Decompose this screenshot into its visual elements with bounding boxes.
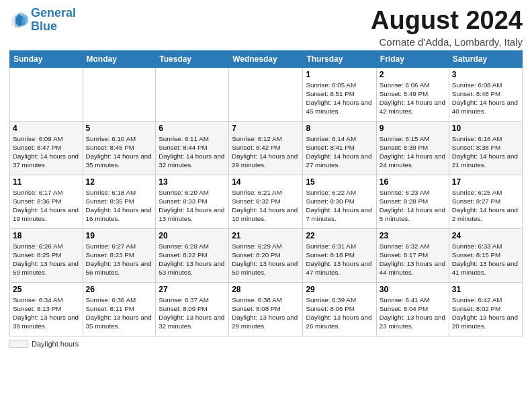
cell-day-number: 8 [306, 124, 373, 133]
cell-info: Sunrise: 6:10 AM Sunset: 8:45 PM Dayligh… [86, 134, 153, 170]
calendar-cell: 2Sunrise: 6:06 AM Sunset: 8:49 PM Daylig… [376, 67, 449, 121]
cell-info: Sunrise: 6:31 AM Sunset: 8:18 PM Dayligh… [306, 242, 373, 277]
cell-day-number: 15 [306, 177, 373, 187]
calendar-cell: 19Sunrise: 6:27 AM Sunset: 8:23 PM Dayli… [83, 228, 156, 282]
cell-info: Sunrise: 6:05 AM Sunset: 8:51 PM Dayligh… [306, 81, 373, 116]
footer: Daylight hours [9, 340, 523, 348]
title-block: August 2024 Cornate d'Adda, Lombardy, It… [371, 7, 523, 48]
cell-day-number: 4 [13, 124, 80, 133]
calendar-cell: 17Sunrise: 6:25 AM Sunset: 8:27 PM Dayli… [449, 175, 522, 228]
cell-info: Sunrise: 6:23 AM Sunset: 8:28 PM Dayligh… [380, 188, 446, 224]
cell-info: Sunrise: 6:14 AM Sunset: 8:41 PM Dayligh… [306, 134, 373, 170]
calendar-week-row: 1Sunrise: 6:05 AM Sunset: 8:51 PM Daylig… [10, 67, 523, 121]
cell-info: Sunrise: 6:18 AM Sunset: 8:35 PM Dayligh… [86, 188, 153, 224]
cell-info: Sunrise: 6:42 AM Sunset: 8:02 PM Dayligh… [452, 295, 519, 331]
calendar-cell: 4Sunrise: 6:09 AM Sunset: 8:47 PM Daylig… [10, 121, 83, 175]
cell-day-number: 2 [380, 70, 446, 79]
calendar-week-row: 18Sunrise: 6:26 AM Sunset: 8:25 PM Dayli… [10, 228, 523, 282]
calendar-cell: 11Sunrise: 6:17 AM Sunset: 8:36 PM Dayli… [10, 175, 83, 228]
cell-day-number: 18 [13, 231, 80, 240]
cell-info: Sunrise: 6:37 AM Sunset: 8:09 PM Dayligh… [159, 295, 226, 331]
calendar-cell: 18Sunrise: 6:26 AM Sunset: 8:25 PM Dayli… [10, 228, 83, 282]
cell-day-number: 7 [232, 124, 300, 133]
cell-day-number: 9 [380, 124, 446, 133]
calendar-cell: 13Sunrise: 6:20 AM Sunset: 8:33 PM Dayli… [156, 175, 229, 228]
cell-day-number: 14 [232, 177, 300, 187]
calendar-cell: 24Sunrise: 6:33 AM Sunset: 8:15 PM Dayli… [449, 228, 522, 282]
cell-info: Sunrise: 6:26 AM Sunset: 8:25 PM Dayligh… [13, 242, 80, 277]
subtitle: Cornate d'Adda, Lombardy, Italy [371, 36, 523, 48]
logo-text: General Blue [31, 7, 76, 34]
cell-day-number: 17 [452, 177, 519, 187]
cell-day-number: 1 [306, 70, 373, 79]
cell-info: Sunrise: 6:41 AM Sunset: 8:04 PM Dayligh… [380, 295, 446, 331]
footer-legend: Daylight hours [9, 340, 79, 348]
col-wednesday: Wednesday [229, 50, 303, 67]
cell-day-number: 13 [159, 177, 226, 187]
logo: General Blue [9, 7, 76, 34]
calendar-cell: 25Sunrise: 6:34 AM Sunset: 8:13 PM Dayli… [10, 282, 83, 336]
col-friday: Friday [376, 50, 449, 67]
calendar-cell: 23Sunrise: 6:32 AM Sunset: 8:17 PM Dayli… [376, 228, 449, 282]
cell-info: Sunrise: 6:21 AM Sunset: 8:32 PM Dayligh… [232, 188, 300, 224]
calendar-cell: 29Sunrise: 6:39 AM Sunset: 8:06 PM Dayli… [303, 282, 376, 336]
cell-day-number: 19 [86, 231, 153, 240]
cell-day-number: 22 [306, 231, 373, 240]
cell-info: Sunrise: 6:39 AM Sunset: 8:06 PM Dayligh… [306, 295, 373, 331]
cell-info: Sunrise: 6:25 AM Sunset: 8:27 PM Dayligh… [452, 188, 519, 224]
cell-info: Sunrise: 6:38 AM Sunset: 8:08 PM Dayligh… [232, 295, 300, 331]
calendar-week-row: 25Sunrise: 6:34 AM Sunset: 8:13 PM Dayli… [10, 282, 523, 336]
calendar-table: Sunday Monday Tuesday Wednesday Thursday… [9, 50, 523, 336]
cell-day-number: 28 [232, 285, 300, 294]
legend-box [9, 340, 28, 348]
calendar-cell: 5Sunrise: 6:10 AM Sunset: 8:45 PM Daylig… [83, 121, 156, 175]
calendar-cell: 15Sunrise: 6:22 AM Sunset: 8:30 PM Dayli… [303, 175, 376, 228]
cell-info: Sunrise: 6:32 AM Sunset: 8:17 PM Dayligh… [380, 242, 446, 277]
calendar-cell: 9Sunrise: 6:15 AM Sunset: 8:39 PM Daylig… [376, 121, 449, 175]
cell-day-number: 30 [380, 285, 446, 294]
calendar-cell: 14Sunrise: 6:21 AM Sunset: 8:32 PM Dayli… [229, 175, 303, 228]
cell-day-number: 21 [232, 231, 300, 240]
cell-info: Sunrise: 6:34 AM Sunset: 8:13 PM Dayligh… [13, 295, 80, 331]
header-row: Sunday Monday Tuesday Wednesday Thursday… [10, 50, 523, 67]
page: General Blue August 2024 Cornate d'Adda,… [0, 0, 532, 353]
cell-info: Sunrise: 6:22 AM Sunset: 8:30 PM Dayligh… [306, 188, 373, 224]
col-saturday: Saturday [449, 50, 522, 67]
cell-day-number: 29 [306, 285, 373, 294]
cell-info: Sunrise: 6:28 AM Sunset: 8:22 PM Dayligh… [159, 242, 226, 277]
cell-info: Sunrise: 6:12 AM Sunset: 8:42 PM Dayligh… [232, 134, 300, 170]
cell-day-number: 10 [452, 124, 519, 133]
cell-day-number: 5 [86, 124, 153, 133]
cell-info: Sunrise: 6:15 AM Sunset: 8:39 PM Dayligh… [380, 134, 446, 170]
cell-day-number: 23 [380, 231, 446, 240]
calendar-week-row: 11Sunrise: 6:17 AM Sunset: 8:36 PM Dayli… [10, 175, 523, 228]
calendar-cell: 1Sunrise: 6:05 AM Sunset: 8:51 PM Daylig… [303, 67, 376, 121]
month-title: August 2024 [371, 7, 523, 35]
calendar-cell: 26Sunrise: 6:36 AM Sunset: 8:11 PM Dayli… [83, 282, 156, 336]
cell-day-number: 31 [452, 285, 519, 294]
cell-info: Sunrise: 6:36 AM Sunset: 8:11 PM Dayligh… [86, 295, 153, 331]
legend-label: Daylight hours [32, 340, 79, 348]
calendar-cell: 6Sunrise: 6:11 AM Sunset: 8:44 PM Daylig… [156, 121, 229, 175]
calendar-cell: 20Sunrise: 6:28 AM Sunset: 8:22 PM Dayli… [156, 228, 229, 282]
calendar-cell: 8Sunrise: 6:14 AM Sunset: 8:41 PM Daylig… [303, 121, 376, 175]
col-sunday: Sunday [10, 50, 83, 67]
calendar-cell: 7Sunrise: 6:12 AM Sunset: 8:42 PM Daylig… [229, 121, 303, 175]
cell-info: Sunrise: 6:06 AM Sunset: 8:49 PM Dayligh… [380, 81, 446, 116]
header: General Blue August 2024 Cornate d'Adda,… [9, 7, 523, 48]
cell-info: Sunrise: 6:16 AM Sunset: 8:38 PM Dayligh… [452, 134, 519, 170]
cell-info: Sunrise: 6:09 AM Sunset: 8:47 PM Dayligh… [13, 134, 80, 170]
calendar-cell: 22Sunrise: 6:31 AM Sunset: 8:18 PM Dayli… [303, 228, 376, 282]
cell-info: Sunrise: 6:20 AM Sunset: 8:33 PM Dayligh… [159, 188, 226, 224]
col-monday: Monday [83, 50, 156, 67]
col-tuesday: Tuesday [156, 50, 229, 67]
calendar-cell: 31Sunrise: 6:42 AM Sunset: 8:02 PM Dayli… [449, 282, 522, 336]
calendar-cell [229, 67, 303, 121]
calendar-cell [156, 67, 229, 121]
calendar-cell: 30Sunrise: 6:41 AM Sunset: 8:04 PM Dayli… [376, 282, 449, 336]
calendar-cell: 28Sunrise: 6:38 AM Sunset: 8:08 PM Dayli… [229, 282, 303, 336]
cell-day-number: 6 [159, 124, 226, 133]
cell-day-number: 25 [13, 285, 80, 294]
calendar-cell: 27Sunrise: 6:37 AM Sunset: 8:09 PM Dayli… [156, 282, 229, 336]
cell-info: Sunrise: 6:29 AM Sunset: 8:20 PM Dayligh… [232, 242, 300, 277]
